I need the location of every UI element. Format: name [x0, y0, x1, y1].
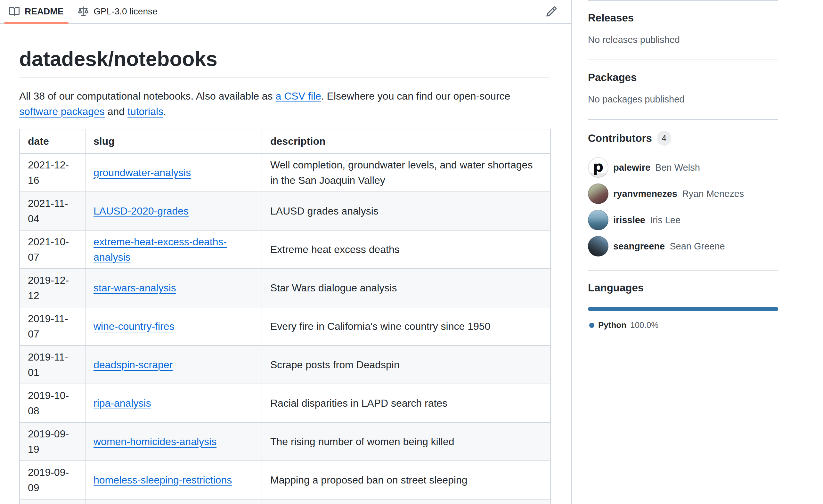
table-row-partial [19, 499, 550, 504]
contributors-heading-label: Contributors [588, 132, 652, 145]
slug-link[interactable]: wine-country-fires [94, 321, 175, 332]
intro-paragraph: All 38 of our computational notebooks. A… [19, 89, 549, 119]
intro-text: All 38 of our computational notebooks. A… [19, 90, 276, 102]
seangreene-photo-avatar[interactable] [588, 236, 609, 257]
language-bar-python[interactable] [588, 307, 778, 311]
contributor-fullname: Iris Lee [650, 215, 680, 225]
slug-cell: ripa-analysis [85, 384, 262, 423]
empty-cell [262, 499, 550, 504]
languages-section: Languages Python 100.0% [588, 271, 778, 344]
description-cell: Racial disparities in LAPD search rates [262, 384, 550, 423]
intro-text: and [105, 106, 128, 117]
contributor-username-link[interactable]: irisslee [613, 215, 645, 225]
palewire-letter-avatar[interactable]: p [588, 157, 609, 178]
repo-sidebar: Releases No releases published Packages … [588, 0, 778, 344]
slug-cell: homeless-sleeping-restrictions [85, 461, 262, 499]
readme-tab-bar: README GPL-3.0 license [0, 0, 571, 24]
tab-license-label: GPL-3.0 license [94, 6, 157, 17]
packages-section: Packages No packages published [588, 60, 778, 120]
language-name: Python [598, 320, 626, 330]
contributor-fullname: Ben Welsh [655, 162, 700, 173]
slug-link[interactable]: deadspin-scraper [94, 359, 173, 370]
intro-link[interactable]: software packages [19, 106, 105, 117]
tab-readme[interactable]: README [4, 0, 68, 23]
description-cell: Well completion, groundwater levels, and… [262, 153, 550, 192]
tab-readme-label: README [25, 6, 63, 17]
language-legend-item[interactable]: Python 100.0% [588, 320, 778, 330]
slug-cell: LAUSD-2020-grades [85, 192, 262, 230]
date-cell: 2019-10-08 [19, 384, 85, 423]
contributors-heading[interactable]: Contributors 4 [588, 131, 778, 146]
column-header-slug: slug [85, 129, 262, 153]
irisslee-photo-avatar[interactable] [588, 210, 609, 230]
slug-cell: deadspin-scraper [85, 345, 262, 384]
slug-link[interactable]: homeless-sleeping-restrictions [94, 474, 232, 486]
column-header-description: description [262, 129, 550, 153]
date-cell: 2021-12-16 [19, 153, 85, 192]
contributor-row: ppalewireBen Welsh [588, 157, 778, 178]
ryanvmenezes-photo-avatar[interactable] [588, 183, 609, 204]
description-cell: LAUSD grades analysis [262, 192, 550, 230]
column-header-date: date [19, 129, 85, 153]
description-cell: Every fire in California's wine country … [262, 307, 550, 345]
contributor-username-link[interactable]: seangreene [613, 241, 665, 252]
contributors-count-badge: 4 [657, 131, 671, 146]
empty-cell [19, 499, 85, 504]
table-row: 2019-11-01deadspin-scraperScrape posts f… [19, 345, 550, 384]
description-cell: Mapping a proposed ban on street sleepin… [262, 461, 550, 499]
empty-cell [85, 499, 262, 504]
page-title: datadesk/notebooks [19, 46, 549, 78]
slug-link[interactable]: women-homicides-analysis [94, 436, 216, 447]
date-cell: 2019-11-01 [19, 345, 85, 384]
slug-cell: star-wars-analysis [85, 269, 262, 307]
contributors-section: Contributors 4 ppalewireBen Welshryanvme… [588, 120, 778, 271]
slug-link[interactable]: ripa-analysis [94, 397, 151, 409]
slug-link[interactable]: extreme-heat-excess-deaths-analysis [94, 236, 227, 263]
contributor-row: irissleeIris Lee [588, 210, 778, 230]
slug-link[interactable]: LAUSD-2020-grades [94, 205, 189, 217]
contributor-username-link[interactable]: palewire [613, 162, 650, 173]
slug-link[interactable]: groundwater-analysis [94, 167, 191, 178]
slug-cell: groundwater-analysis [85, 153, 262, 192]
book-icon [9, 6, 19, 17]
packages-heading[interactable]: Packages [588, 71, 778, 84]
table-row: 2019-09-19women-homicides-analysisThe ri… [19, 423, 550, 461]
description-cell: Star Wars dialogue analysis [262, 269, 550, 307]
table-row: 2021-11-04LAUSD-2020-gradesLAUSD grades … [19, 192, 550, 230]
tab-license[interactable]: GPL-3.0 license [73, 0, 162, 23]
pencil-icon [546, 6, 557, 17]
contributors-list: ppalewireBen WelshryanvmenezesRyan Menez… [588, 157, 778, 257]
intro-link[interactable]: tutorials [128, 106, 163, 117]
contributor-username-link[interactable]: ryanvmenezes [613, 189, 677, 199]
table-row: 2021-10-07extreme-heat-excess-deaths-ana… [19, 230, 550, 269]
intro-link[interactable]: a CSV file [276, 90, 321, 102]
notebooks-table: date slug description 2021-12-16groundwa… [19, 129, 551, 504]
notebooks-table-body: 2021-12-16groundwater-analysisWell compl… [19, 153, 550, 504]
slug-cell: women-homicides-analysis [85, 423, 262, 461]
readme-content: datadesk/notebooks All 38 of our computa… [0, 24, 571, 504]
python-color-dot-icon [589, 323, 594, 328]
slug-cell: extreme-heat-excess-deaths-analysis [85, 230, 262, 269]
intro-text: . [163, 106, 166, 117]
avatar-letter: p [588, 157, 609, 176]
description-cell: The rising number of women being killed [262, 423, 550, 461]
contributor-fullname: Sean Greene [670, 241, 725, 252]
date-cell: 2021-11-04 [19, 192, 85, 230]
packages-empty-text: No packages published [588, 93, 778, 106]
releases-heading[interactable]: Releases [588, 12, 778, 24]
date-cell: 2021-10-07 [19, 230, 85, 269]
releases-empty-text: No releases published [588, 33, 778, 46]
releases-section: Releases No releases published [588, 0, 778, 60]
contributor-row: ryanvmenezesRyan Menezes [588, 183, 778, 204]
table-row: 2019-10-08ripa-analysisRacial disparitie… [19, 384, 550, 423]
slug-link[interactable]: star-wars-analysis [94, 282, 176, 294]
edit-readme-button[interactable] [544, 4, 559, 19]
date-cell: 2019-12-12 [19, 269, 85, 307]
languages-heading[interactable]: Languages [588, 282, 778, 294]
table-row: 2019-12-12star-wars-analysisStar Wars di… [19, 269, 550, 307]
description-cell: Scrape posts from Deadspin [262, 345, 550, 384]
table-row: 2019-09-09homeless-sleeping-restrictions… [19, 461, 550, 499]
language-percent: 100.0% [630, 320, 658, 330]
description-cell: Extreme heat excess deaths [262, 230, 550, 269]
intro-text: . Elsewhere you can find our open-source [321, 90, 510, 102]
